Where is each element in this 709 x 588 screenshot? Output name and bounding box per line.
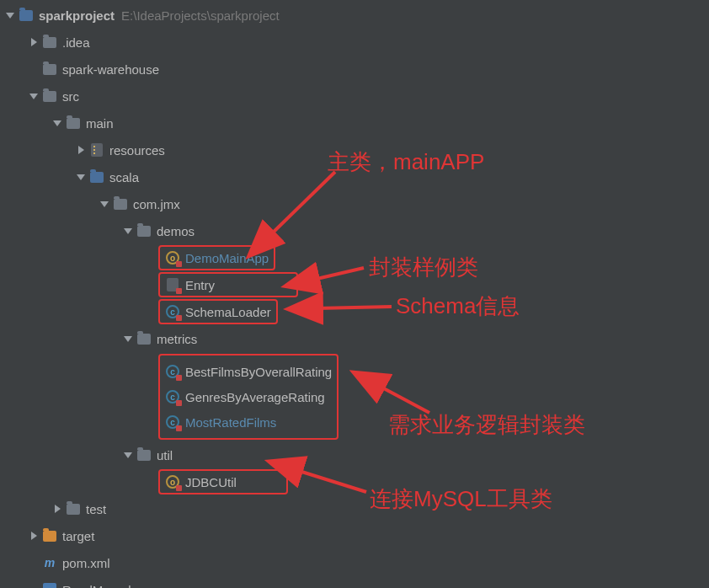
module-folder-icon bbox=[19, 8, 34, 23]
node-path: E:\IdeaProjects\sparkproject bbox=[121, 8, 280, 23]
svg-marker-3 bbox=[53, 120, 61, 126]
node-label: com.jmx bbox=[133, 197, 180, 211]
tree-node-genres[interactable]: c GenresByAverageRating bbox=[165, 384, 325, 409]
expand-arrow-down-icon[interactable] bbox=[123, 334, 133, 343]
node-label: pom.xml bbox=[62, 556, 110, 570]
tree-node-entry[interactable]: Entry bbox=[5, 271, 709, 298]
project-tree: sparkproject E:\IdeaProjects\sparkprojec… bbox=[0, 0, 709, 588]
markdown-icon: MD bbox=[42, 582, 57, 588]
node-label: metrics bbox=[157, 332, 197, 346]
tree-node-metrics-group: c BestFilmsByOverallRating c GenresByAve… bbox=[5, 354, 709, 440]
annotation-text-metrics: 需求业务逻辑封装类 bbox=[388, 410, 585, 440]
svg-marker-9 bbox=[124, 452, 132, 458]
node-label: test bbox=[86, 502, 106, 516]
node-label: main bbox=[86, 116, 114, 131]
node-label: BestFilmsByOverallRating bbox=[185, 365, 332, 379]
expand-arrow-down-icon[interactable] bbox=[5, 11, 15, 19]
expand-arrow-down-icon[interactable] bbox=[76, 173, 86, 181]
tree-node-spark-warehouse[interactable]: spark-warehouse bbox=[5, 56, 709, 83]
expand-arrow-down-icon[interactable] bbox=[123, 451, 133, 459]
folder-icon bbox=[66, 501, 81, 516]
tree-node-src[interactable]: src bbox=[5, 83, 709, 110]
annotation-text-schema: Schema信息 bbox=[396, 291, 520, 321]
expand-arrow-right-icon[interactable] bbox=[29, 38, 39, 46]
node-label: resources bbox=[109, 143, 165, 158]
expand-arrow-right-icon[interactable] bbox=[52, 505, 62, 513]
svg-marker-2 bbox=[29, 94, 38, 99]
expand-arrow-down-icon[interactable] bbox=[99, 200, 109, 208]
node-label: DemoMainApp bbox=[185, 251, 269, 265]
tree-node-demomainapp[interactable]: o DemoMainApp bbox=[5, 244, 709, 271]
tree-node-demos[interactable]: demos bbox=[5, 217, 709, 244]
tree-node-jdbcutil[interactable]: o JDBCUtil bbox=[5, 468, 709, 495]
tree-node-root[interactable]: sparkproject E:\IdeaProjects\sparkprojec… bbox=[5, 2, 709, 29]
tree-node-target[interactable]: target bbox=[5, 522, 709, 549]
node-label: src bbox=[62, 89, 79, 104]
folder-icon bbox=[42, 61, 57, 77]
annotation-text-mainapp: 主类，mainAPP bbox=[328, 147, 484, 177]
tree-node-metrics[interactable]: metrics bbox=[5, 325, 709, 352]
expand-arrow-right-icon[interactable] bbox=[29, 532, 39, 540]
node-label: ReadMe.md bbox=[62, 583, 131, 589]
node-label: util bbox=[157, 448, 173, 462]
svg-marker-1 bbox=[31, 38, 37, 46]
node-label: .idea bbox=[62, 35, 90, 50]
annotation-text-jdbc: 连接MySQL工具类 bbox=[370, 484, 552, 514]
tree-node-schemaloader[interactable]: c SchemaLoader bbox=[5, 298, 709, 325]
package-icon bbox=[136, 223, 152, 238]
package-icon bbox=[136, 331, 152, 346]
tree-node-main[interactable]: main bbox=[5, 110, 709, 136]
scala-class-icon: c bbox=[165, 389, 180, 404]
folder-icon bbox=[66, 115, 81, 131]
annotation-box-jdbc: o JDBCUtil bbox=[158, 469, 288, 494]
svg-marker-5 bbox=[77, 174, 85, 180]
tree-node-com-jmx[interactable]: com.jmx bbox=[5, 190, 709, 217]
node-label: sparkproject bbox=[39, 8, 115, 23]
svg-marker-10 bbox=[55, 505, 61, 513]
expand-arrow-down-icon[interactable] bbox=[123, 227, 133, 235]
node-label: MostRatedFilms bbox=[185, 415, 276, 430]
folder-icon bbox=[42, 88, 57, 104]
tree-node-pom[interactable]: m pom.xml bbox=[5, 549, 709, 576]
svg-marker-6 bbox=[100, 201, 109, 207]
annotation-box-mainapp: o DemoMainApp bbox=[158, 245, 275, 270]
svg-marker-4 bbox=[78, 146, 84, 154]
annotation-text-entry: 封装样例类 bbox=[369, 253, 478, 282]
node-label: target bbox=[62, 529, 94, 543]
scala-class-icon: c bbox=[165, 304, 180, 319]
scala-class-icon: c bbox=[165, 414, 180, 430]
svg-marker-7 bbox=[124, 228, 132, 234]
tree-node-test[interactable]: test bbox=[5, 495, 709, 522]
annotation-box-entry: Entry bbox=[158, 272, 298, 297]
excluded-folder-icon bbox=[42, 528, 57, 543]
svg-marker-0 bbox=[6, 13, 14, 19]
annotation-box-schema: c SchemaLoader bbox=[158, 299, 278, 324]
tree-node-mostrated[interactable]: c MostRatedFilms bbox=[165, 409, 276, 435]
svg-marker-8 bbox=[124, 336, 132, 342]
expand-arrow-down-icon[interactable] bbox=[52, 119, 62, 127]
node-label: spark-warehouse bbox=[62, 62, 159, 77]
scala-object-icon: o bbox=[165, 474, 180, 489]
package-icon bbox=[113, 196, 128, 211]
expand-arrow-right-icon[interactable] bbox=[76, 146, 86, 154]
resources-folder-icon bbox=[89, 142, 104, 158]
node-label: scala bbox=[109, 170, 139, 184]
tree-node-readme[interactable]: MD ReadMe.md bbox=[5, 576, 709, 588]
tree-node-bestfilms[interactable]: c BestFilmsByOverallRating bbox=[165, 359, 332, 384]
node-label: JDBCUtil bbox=[185, 475, 237, 489]
node-label: Entry bbox=[185, 278, 215, 292]
node-label: demos bbox=[157, 224, 195, 238]
node-label: SchemaLoader bbox=[185, 305, 271, 319]
folder-icon bbox=[42, 35, 57, 50]
tree-node-util[interactable]: util bbox=[5, 441, 709, 468]
scala-object-icon: o bbox=[165, 250, 180, 265]
scala-file-icon bbox=[165, 277, 180, 292]
maven-icon: m bbox=[42, 555, 57, 570]
expand-arrow-down-icon[interactable] bbox=[29, 92, 39, 100]
source-folder-icon bbox=[89, 169, 104, 184]
annotation-box-metrics: c BestFilmsByOverallRating c GenresByAve… bbox=[158, 354, 339, 440]
package-icon bbox=[136, 447, 152, 462]
scala-class-icon: c bbox=[165, 364, 180, 379]
svg-marker-11 bbox=[31, 532, 37, 540]
tree-node-idea[interactable]: .idea bbox=[5, 29, 709, 56]
